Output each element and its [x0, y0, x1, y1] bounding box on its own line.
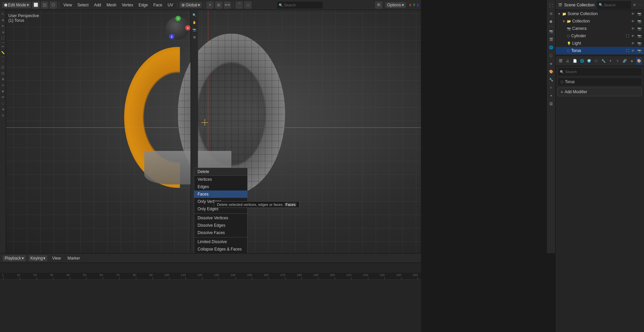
- tool-poly-build[interactable]: ◈: [0, 89, 6, 94]
- object-name-bar[interactable]: ⬡ Torus: [557, 77, 642, 86]
- scene-item-torus[interactable]: ⬡ Torus ⛶ 👁 📷: [555, 47, 644, 54]
- rsidebar-view-icon[interactable]: ⊞: [548, 10, 554, 17]
- filter-icon[interactable]: ⚙: [375, 1, 382, 9]
- tool-scale[interactable]: ⇲: [0, 30, 6, 35]
- prop-scene-icon[interactable]: 🌐: [579, 57, 585, 65]
- viewport-mode-rendered[interactable]: ⬡: [50, 1, 57, 9]
- camera-render[interactable]: 📷: [637, 27, 642, 31]
- menu-item-vertices[interactable]: Vertices: [194, 176, 247, 183]
- rsidebar-scene-icon[interactable]: 🎬: [548, 36, 554, 43]
- tool-knife[interactable]: ⚔: [0, 82, 6, 88]
- rsidebar-material-icon[interactable]: 🎨: [548, 68, 554, 75]
- prop-output-icon[interactable]: 🖨: [565, 57, 571, 65]
- menu-item-faces[interactable]: Faces: [194, 190, 247, 198]
- scene-search-bar[interactable]: 🔍 Search: [597, 1, 631, 9]
- prop-data-icon[interactable]: ◈: [629, 57, 635, 65]
- scene-item-light[interactable]: 💡 Light 👁 📷: [555, 40, 644, 47]
- light-visibility[interactable]: 👁: [631, 42, 635, 45]
- rsidebar-render-icon[interactable]: 📷: [548, 28, 554, 35]
- rsidebar-world-icon[interactable]: 🌐: [548, 44, 554, 51]
- rsidebar-properties-icon[interactable]: ⚙: [548, 18, 554, 25]
- collection-render[interactable]: 📷: [637, 19, 642, 23]
- tool-move[interactable]: ⊕: [0, 17, 6, 23]
- menu-item-limited-dissolve[interactable]: Limited Dissolve: [194, 238, 247, 245]
- top-search-bar[interactable]: 🔍 Search: [276, 1, 323, 9]
- tool-transform[interactable]: ⛶: [0, 36, 6, 41]
- rsidebar-modifier-icon[interactable]: 🔧: [548, 76, 554, 83]
- tool-bevel[interactable]: ◲: [0, 70, 6, 76]
- cylinder-render[interactable]: 📷: [637, 34, 642, 38]
- tool-annotate[interactable]: ✏: [0, 44, 6, 49]
- menu-edge[interactable]: Edge: [137, 2, 150, 8]
- properties-search-bar[interactable]: 🔍 Search: [557, 67, 642, 76]
- tool-smooth[interactable]: ◌: [0, 101, 6, 106]
- nav-y-axis[interactable]: Y: [175, 16, 181, 21]
- tool-edge-slide[interactable]: ⇉: [0, 107, 6, 112]
- menu-uv[interactable]: UV: [166, 2, 175, 8]
- tool-rotate[interactable]: ↻: [0, 23, 6, 29]
- transform-selector[interactable]: ⊕ Global ▾: [179, 2, 202, 8]
- timeline-marker-btn[interactable]: Marker: [65, 255, 82, 261]
- rsidebar-particles-icon[interactable]: ✦: [548, 92, 554, 99]
- menu-add[interactable]: Add: [92, 2, 103, 8]
- menu-item-edges[interactable]: Edges: [194, 183, 247, 190]
- tool-spin[interactable]: ⟳: [0, 95, 6, 100]
- mode-selector[interactable]: ⬟ Edit Mode ▾: [2, 2, 31, 8]
- prop-particles-icon[interactable]: ✦: [607, 57, 613, 65]
- curve-icon1[interactable]: ⌒: [235, 1, 243, 9]
- timeline-area[interactable]: ⏮ ⏪ ◀ ⏸ ▶ ⏩ ⏭ 1 Start 1 End 250 11020304…: [0, 263, 421, 332]
- scene-dots-icon[interactable]: ⋯: [638, 3, 641, 7]
- tool-cursor[interactable]: ↖: [0, 11, 6, 17]
- playback-dropdown[interactable]: Playback ▾: [3, 255, 26, 261]
- tool-shrink-fatten[interactable]: ⊙: [0, 113, 6, 118]
- menu-face[interactable]: Face: [151, 2, 164, 8]
- scene-item-camera[interactable]: 📷 Camera 👁 📷: [555, 25, 644, 32]
- viewport-3d[interactable]: User Perspective (1) Torus ↖ ⊕ ↻ ⇲ ⛶ ✏ 📏…: [0, 0, 421, 253]
- camera-visibility[interactable]: 👁: [631, 27, 635, 31]
- viewport-mode-solid[interactable]: ⬜: [32, 1, 40, 9]
- scene-item-cylinder[interactable]: ⬡ Cylinder ⛶ 👁 📷: [555, 32, 644, 40]
- prop-object-icon[interactable]: ⬡: [593, 57, 599, 65]
- viewport-mode-wire[interactable]: ◫: [41, 1, 48, 9]
- cylinder-visibility[interactable]: 👁: [631, 34, 635, 38]
- torus-render[interactable]: 📷: [637, 49, 642, 53]
- collection-visibility[interactable]: 👁: [631, 19, 635, 23]
- torus-visibility[interactable]: 👁: [631, 49, 635, 53]
- prop-physics-icon[interactable]: ⚛: [614, 57, 621, 65]
- rsidebar-mesh-icon[interactable]: ◈: [548, 60, 554, 67]
- menu-item-dissolve-faces[interactable]: Dissolve Faces: [194, 229, 247, 236]
- scene-item-scene-collection[interactable]: ▼ 📁 Scene Collection 👁 📷: [555, 10, 644, 17]
- menu-item-dissolve-edges[interactable]: Dissolve Edges: [194, 222, 247, 229]
- tool-extrude[interactable]: ↑: [0, 58, 6, 64]
- prop-modifiers-icon[interactable]: 🔧: [600, 57, 606, 65]
- rsidebar-object-icon[interactable]: ⬡: [548, 52, 554, 59]
- scene-visibility-icon[interactable]: 👁: [631, 12, 635, 16]
- symmetry[interactable]: ⟺: [224, 1, 231, 9]
- top-search-input[interactable]: Search: [284, 3, 296, 7]
- menu-vertex[interactable]: Vertex: [120, 2, 135, 8]
- menu-view[interactable]: View: [61, 2, 74, 8]
- nav-x-axis[interactable]: X: [185, 25, 191, 31]
- snap-toggle[interactable]: ⌖: [206, 1, 214, 9]
- rsidebar-tools-icon[interactable]: ⛶: [548, 2, 554, 9]
- scene-render-icon[interactable]: 📷: [637, 12, 642, 16]
- scene-filter-icon[interactable]: ⚙: [633, 3, 636, 7]
- prop-render-icon[interactable]: 🎬: [557, 57, 564, 65]
- keying-dropdown[interactable]: Keying ▾: [29, 255, 48, 261]
- add-modifier-button[interactable]: + Add Modifier: [557, 88, 642, 96]
- navigation-gizmo[interactable]: Y X Z: [166, 17, 193, 44]
- nav-sphere[interactable]: Y X Z: [166, 17, 190, 40]
- menu-item-edge-loops[interactable]: Edge Loops: [194, 253, 247, 253]
- menu-item-dissolve-vertices[interactable]: Dissolve Vertices: [194, 214, 247, 222]
- prop-view-layer-icon[interactable]: 📄: [572, 57, 578, 65]
- timeline-view-btn[interactable]: View: [50, 255, 63, 261]
- menu-item-collapse-edges-faces[interactable]: Collapse Edges & Faces: [194, 245, 247, 253]
- tool-loop-cut[interactable]: ⊞: [0, 76, 6, 82]
- menu-mesh[interactable]: Mesh: [105, 2, 118, 8]
- prop-material-icon[interactable]: 🎨: [636, 57, 642, 65]
- tool-inset[interactable]: ◱: [0, 64, 6, 70]
- menu-select[interactable]: Select: [75, 2, 91, 8]
- light-render[interactable]: 📷: [637, 42, 642, 45]
- prop-world-icon[interactable]: 🌍: [586, 57, 592, 65]
- rsidebar-physics-icon[interactable]: ⚛: [548, 84, 554, 91]
